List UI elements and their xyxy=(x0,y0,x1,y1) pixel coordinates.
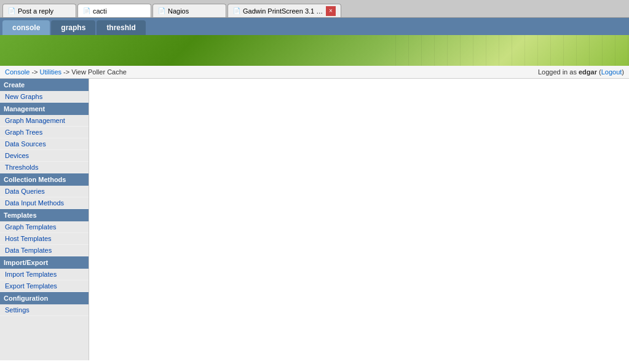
sidebar-item-data-queries[interactable]: Data Queries xyxy=(0,186,89,197)
breadcrumb-sep2: -> xyxy=(63,68,71,76)
sidebar-item-graph-trees[interactable]: Graph Trees xyxy=(0,127,89,138)
breadcrumb-current: View Poller Cache xyxy=(71,68,127,76)
nav-tab-graphs[interactable]: graphs xyxy=(51,20,95,35)
tab-icon: 📄 xyxy=(158,7,165,14)
tab-bar: 📄 Post a reply 📄 cacti 📄 Nagios 📄 Gadwin… xyxy=(0,0,629,17)
sidebar-item-new-graphs[interactable]: New Graphs xyxy=(0,91,89,103)
sidebar-item-devices[interactable]: Devices xyxy=(0,150,89,162)
nav-tab-console[interactable]: console xyxy=(2,20,50,35)
sidebar-item-thresholds[interactable]: Thresholds xyxy=(0,162,89,173)
sidebar-section-import-export: Import/Export xyxy=(0,256,89,269)
sidebar-item-graph-management[interactable]: Graph Management xyxy=(0,115,89,127)
tab-icon: 📄 xyxy=(8,7,15,14)
header-banner xyxy=(0,35,629,66)
login-paren-close: ) xyxy=(622,68,624,76)
sidebar-item-host-templates[interactable]: Host Templates xyxy=(0,233,89,245)
username: edgar xyxy=(579,68,597,76)
browser-chrome: 📄 Post a reply 📄 cacti 📄 Nagios 📄 Gadwin… xyxy=(0,0,629,18)
close-tab-button[interactable]: × xyxy=(326,6,336,16)
logout-link[interactable]: Logout xyxy=(601,68,622,76)
breadcrumb: Console -> Utilities -> View Poller Cach… xyxy=(5,68,127,76)
breadcrumb-console[interactable]: Console xyxy=(5,68,30,76)
tab-title: cacti xyxy=(93,7,107,15)
app-nav: console graphs threshld xyxy=(0,18,629,35)
nav-tab-threshld[interactable]: threshld xyxy=(97,20,145,35)
logged-in-prefix: Logged in as xyxy=(538,68,579,76)
browser-tab-cacti[interactable]: 📄 cacti xyxy=(77,4,151,17)
breadcrumb-utilities[interactable]: Utilities xyxy=(40,68,61,76)
tab-icon: 📄 xyxy=(83,7,90,14)
sidebar-item-settings[interactable]: Settings xyxy=(0,304,89,316)
sidebar-item-data-templates[interactable]: Data Templates xyxy=(0,245,89,256)
sidebar-section-management: Management xyxy=(0,103,89,115)
sidebar-item-graph-templates[interactable]: Graph Templates xyxy=(0,221,89,233)
sidebar-section-templates: Templates xyxy=(0,209,89,221)
sidebar: Create New Graphs Management Graph Manag… xyxy=(0,79,89,360)
sidebar-item-export-templates[interactable]: Export Templates xyxy=(0,280,89,292)
browser-tab-post-reply[interactable]: 📄 Post a reply xyxy=(2,4,76,17)
main-layout: Create New Graphs Management Graph Manag… xyxy=(0,79,629,360)
sidebar-item-data-sources[interactable]: Data Sources xyxy=(0,138,89,150)
sidebar-section-collection-methods: Collection Methods xyxy=(0,173,89,186)
tab-title: Nagios xyxy=(168,7,189,15)
login-info: Logged in as edgar (Logout) xyxy=(538,68,624,76)
browser-tab-nagios[interactable]: 📄 Nagios xyxy=(152,4,226,17)
tab-icon: 📄 xyxy=(233,7,240,14)
breadcrumb-bar: Console -> Utilities -> View Poller Cach… xyxy=(0,66,629,79)
tab-title: Gadwin PrintScreen 3.1 download page - t… xyxy=(243,7,326,15)
content-area xyxy=(89,79,629,360)
browser-tab-gadwin[interactable]: 📄 Gadwin PrintScreen 3.1 download page -… xyxy=(227,4,341,17)
sidebar-item-data-input-methods[interactable]: Data Input Methods xyxy=(0,197,89,209)
breadcrumb-sep1: -> xyxy=(31,68,39,76)
sidebar-item-import-templates[interactable]: Import Templates xyxy=(0,269,89,280)
sidebar-section-configuration: Configuration xyxy=(0,292,89,304)
sidebar-section-create: Create xyxy=(0,79,89,91)
tab-title: Post a reply xyxy=(18,7,53,15)
